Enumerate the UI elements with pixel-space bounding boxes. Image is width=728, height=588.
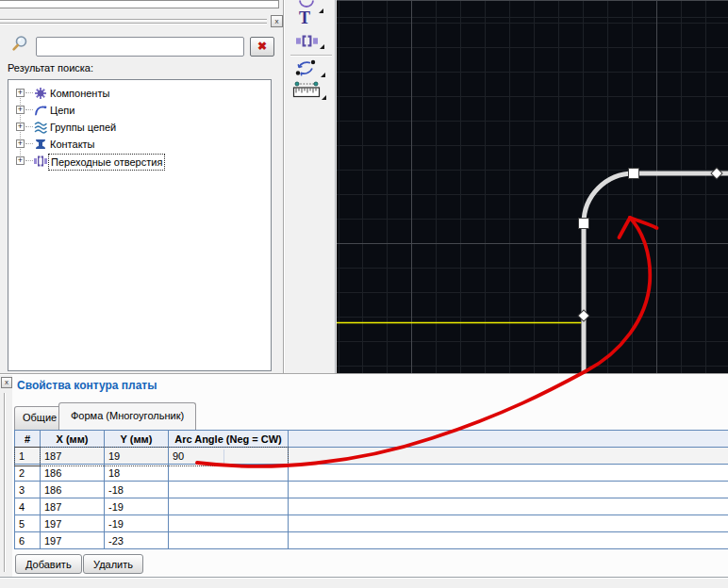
tree-item-label: Компоненты [50, 86, 109, 101]
points-table: # X (мм) Y (мм) Arc Angle (Neg = CW) 1 1… [14, 430, 728, 551]
cell-filler [289, 515, 728, 532]
table-row[interactable]: 5 197 -19 [15, 515, 728, 532]
grid-major-line [337, 0, 728, 1]
net-group-icon [34, 121, 47, 134]
cell-y[interactable]: 18 [105, 465, 169, 482]
cell-arc[interactable] [169, 532, 289, 549]
expand-icon[interactable]: + [16, 156, 25, 165]
cell-x[interactable]: 187 [41, 448, 105, 465]
tree-connector [25, 92, 33, 93]
cell-arc[interactable]: 90 [169, 448, 289, 465]
component-icon [34, 87, 47, 100]
cell-arc[interactable] [169, 465, 289, 482]
tree-item-label: Группы цепей [50, 120, 116, 135]
docked-panel-edge [0, 0, 279, 8]
collapse-icon: x [275, 17, 279, 25]
pcb-editor-window: x ✖ Результат поиска: + Компоненты + [0, 0, 728, 588]
cell-num[interactable]: 2 [15, 465, 41, 482]
column-header-filler [289, 431, 728, 448]
tool-dropdown-icon[interactable] [319, 8, 323, 13]
clear-search-button[interactable]: ✖ [250, 37, 274, 57]
cell-x[interactable]: 197 [41, 515, 105, 532]
column-header[interactable]: Arc Angle (Neg = CW) [169, 431, 289, 448]
delete-point-button[interactable]: Удалить [83, 554, 143, 574]
rotate-tool-icon[interactable] [293, 58, 318, 77]
expand-icon[interactable]: + [16, 139, 25, 148]
cell-y[interactable]: -18 [105, 482, 169, 498]
collapse-panel-button[interactable]: x [271, 15, 283, 27]
tab-shape-polygon[interactable]: Форма (Многоугольник) [58, 402, 196, 430]
table-row[interactable]: 6 197 -23 [15, 532, 728, 549]
cell-arc[interactable] [169, 515, 289, 532]
grid-major-line [656, 0, 657, 373]
tree-item-pads[interactable]: + Контакты [8, 136, 271, 153]
collapse-icon: x [5, 378, 8, 386]
table-row[interactable]: 2 186 18 [15, 465, 728, 482]
button-label: Добавить [25, 559, 72, 570]
cell-x[interactable]: 186 [41, 482, 105, 498]
search-results-label: Результат поиска: [8, 62, 93, 74]
tab-label: Общие [23, 412, 57, 423]
collapse-panel-button[interactable]: x [1, 377, 12, 388]
cell-filler [289, 532, 728, 549]
cell-num[interactable]: 1 [15, 448, 41, 465]
cell-y[interactable]: -23 [105, 532, 169, 549]
tree-item-vias[interactable]: + Переходные отверстия [8, 153, 271, 170]
search-icon [11, 35, 28, 52]
table-row[interactable]: 3 186 -18 [15, 482, 728, 498]
search-results-tree: + Компоненты + Цепи + [8, 79, 272, 371]
tree-item-label: Цепи [50, 103, 74, 118]
cell-y[interactable]: -19 [105, 515, 169, 532]
panel-border-highlight [0, 578, 728, 579]
cell-y[interactable]: -19 [105, 498, 169, 515]
cell-filler [289, 448, 728, 465]
tree-item-net-groups[interactable]: + Группы цепей [8, 119, 271, 136]
cell-x[interactable]: 187 [41, 498, 105, 515]
cell-y[interactable]: 19 [105, 448, 169, 465]
tree-item-nets[interactable]: + Цепи [8, 102, 271, 119]
search-input[interactable] [36, 37, 244, 57]
expand-icon[interactable]: + [16, 106, 25, 114]
panel-title: Свойства контура платы [17, 379, 157, 392]
tool-dropdown-icon[interactable] [321, 73, 325, 77]
cell-x[interactable]: 197 [41, 532, 105, 549]
tree-connector [25, 109, 33, 110]
column-header[interactable]: X (мм) [41, 431, 105, 448]
measure-tool-icon[interactable] [292, 81, 321, 98]
tree-item-label: Переходные отверстия [48, 154, 165, 171]
cell-num[interactable]: 6 [15, 532, 41, 549]
button-label: Удалить [93, 559, 133, 570]
add-point-button[interactable]: Добавить [15, 554, 82, 574]
tree-connector [25, 126, 33, 127]
tree-connector [25, 143, 33, 144]
tree-connector [25, 160, 33, 161]
grid-major-line [337, 243, 728, 244]
tree-item-components[interactable]: + Компоненты [8, 85, 271, 102]
cell-filler [289, 465, 728, 482]
cell-filler [289, 482, 728, 498]
panel-splitter-highlight [0, 20, 267, 21]
net-icon [34, 104, 47, 117]
via-tool-icon[interactable] [296, 34, 318, 48]
tool-dropdown-icon[interactable] [322, 95, 326, 100]
text-tool-icon[interactable]: T [299, 8, 310, 28]
grid-major-line [411, 0, 412, 373]
cell-num[interactable]: 4 [15, 498, 41, 515]
cell-num[interactable]: 3 [15, 482, 41, 498]
cell-filler [289, 498, 728, 515]
cell-arc[interactable] [169, 498, 289, 515]
arc-tool-icon[interactable] [298, 0, 315, 8]
table-row[interactable]: 4 187 -19 [15, 498, 728, 515]
pad-icon [34, 138, 47, 151]
expand-icon[interactable]: + [16, 122, 25, 131]
pcb-canvas[interactable] [337, 0, 728, 373]
cell-x[interactable]: 186 [41, 465, 105, 482]
column-header[interactable]: # [15, 431, 41, 448]
tool-dropdown-icon[interactable] [320, 44, 324, 49]
cell-num[interactable]: 5 [15, 515, 41, 532]
cell-arc[interactable] [169, 482, 289, 498]
table-row[interactable]: 1 187 19 90 [15, 448, 728, 465]
tree-item-label: Контакты [50, 137, 95, 152]
column-header[interactable]: Y (мм) [105, 431, 169, 448]
expand-icon[interactable]: + [16, 89, 25, 97]
